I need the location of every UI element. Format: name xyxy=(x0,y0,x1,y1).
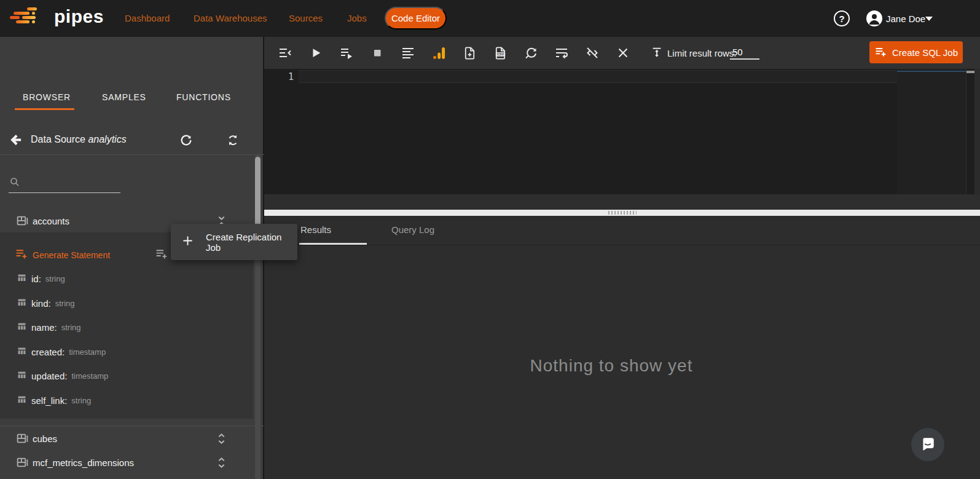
playlist-add-icon xyxy=(15,247,28,263)
brand-name[interactable]: pipes xyxy=(54,6,104,27)
back-arrow-icon[interactable] xyxy=(9,133,23,149)
column-row-created[interactable]: created: timestamp xyxy=(17,346,106,357)
user-avatar-icon[interactable] xyxy=(866,10,882,26)
divider xyxy=(0,426,264,426)
refresh-icon[interactable] xyxy=(179,133,193,149)
active-tab-indicator xyxy=(15,108,74,110)
help-icon[interactable]: ? xyxy=(834,10,850,26)
run-selection-icon[interactable] xyxy=(336,42,357,63)
word-wrap-icon[interactable] xyxy=(551,42,572,63)
playlist-add-icon xyxy=(874,46,887,60)
limit-rows-label: Limit result rows: xyxy=(667,48,737,58)
editor-toolbar: CSV Limit result rows: Create SQL Job xyxy=(264,37,980,69)
results-panel: Results Query Log Nothing to show yet xyxy=(264,216,980,479)
tree-search-input[interactable] xyxy=(9,175,120,193)
menu-open-icon[interactable] xyxy=(275,42,296,63)
generate-statement-button[interactable]: Generate Statement xyxy=(15,247,110,263)
export-csv-icon[interactable]: CSV xyxy=(490,42,511,63)
create-replication-job-menu-item[interactable]: Create Replication Job xyxy=(171,224,297,260)
run-icon[interactable] xyxy=(305,42,326,63)
person-icon xyxy=(866,10,882,26)
user-name[interactable]: Jane Doe xyxy=(886,14,925,24)
table-name: accounts xyxy=(33,216,69,226)
column-row-kind[interactable]: kind: string xyxy=(17,298,74,309)
create-sql-job-button[interactable]: Create SQL Job xyxy=(869,41,963,63)
chat-support-button[interactable] xyxy=(911,428,944,461)
table-row-cubes[interactable]: cubes xyxy=(0,428,252,450)
column-icon xyxy=(17,394,27,407)
chat-bubble-icon xyxy=(920,436,936,454)
column-icon xyxy=(17,297,27,310)
table-icon xyxy=(16,456,29,472)
sync-icon[interactable] xyxy=(226,133,240,149)
analytics-chart-icon[interactable] xyxy=(428,42,449,63)
code-editor-panel: CSV Limit result rows: Create SQL Job 1 xyxy=(264,37,980,479)
divider xyxy=(264,245,980,245)
editor-current-line[interactable] xyxy=(299,70,897,83)
code-off-icon[interactable] xyxy=(582,42,603,63)
pipes-logo-icon[interactable] xyxy=(10,7,39,28)
tab-results[interactable]: Results xyxy=(300,224,331,235)
stop-icon[interactable] xyxy=(367,42,388,63)
nav-data-warehouses[interactable]: Data Warehouses xyxy=(194,13,267,23)
column-row-updated[interactable]: updated: timestamp xyxy=(17,370,108,381)
nav-dashboard[interactable]: Dashboard xyxy=(125,13,170,23)
table-row-mcf-metrics-dimensions[interactable]: mcf_metrics_dimensions xyxy=(0,452,252,474)
table-icon xyxy=(16,215,29,230)
column-icon xyxy=(17,346,27,358)
panel-resize-handle[interactable] xyxy=(264,210,980,216)
editor-bottom-strip xyxy=(264,194,980,210)
limit-rows-input[interactable] xyxy=(730,46,759,60)
drag-grip-icon xyxy=(608,211,637,215)
user-menu-caret-icon[interactable] xyxy=(925,17,933,21)
expand-icon[interactable] xyxy=(216,457,227,471)
svg-text:CSV: CSV xyxy=(496,52,503,56)
editor-minimap[interactable] xyxy=(897,69,966,194)
editor-right-margin xyxy=(974,69,980,194)
playlist-add-icon xyxy=(155,247,168,263)
divider xyxy=(966,69,966,194)
row-height-icon xyxy=(650,46,664,62)
divider xyxy=(0,154,264,155)
tab-browser[interactable]: BROWSER xyxy=(23,92,71,102)
column-row-self-link[interactable]: self_link: string xyxy=(17,395,91,406)
tab-query-log[interactable]: Query Log xyxy=(391,224,434,235)
column-row-name[interactable]: name: string xyxy=(17,322,81,333)
close-icon[interactable] xyxy=(613,42,633,63)
format-icon[interactable] xyxy=(398,42,418,63)
tab-functions[interactable]: FUNCTIONS xyxy=(176,92,231,102)
table-icon xyxy=(16,432,29,448)
datasource-title: Data Source analytics xyxy=(31,134,127,145)
table-row-metrics-dimensions[interactable]: metrics_dimensions xyxy=(0,476,252,479)
plus-icon xyxy=(182,235,194,249)
accounts-expanded-panel: Generate Statement Create New Job id: st… xyxy=(0,232,253,419)
line-number: 1 xyxy=(284,71,294,82)
new-file-icon[interactable] xyxy=(459,42,480,63)
refresh-search-icon[interactable] xyxy=(520,42,541,63)
nav-jobs[interactable]: Jobs xyxy=(347,13,367,23)
column-icon xyxy=(17,272,27,285)
column-row-id[interactable]: id: string xyxy=(17,273,65,284)
nav-code-editor-button[interactable]: Code Editor xyxy=(385,7,447,30)
editor-scrollbar-thumb[interactable] xyxy=(966,71,974,73)
top-navbar: pipes Dashboard Data Warehouses Sources … xyxy=(0,0,980,37)
datasource-name: analytics xyxy=(88,134,126,144)
column-icon xyxy=(17,370,27,382)
tab-samples[interactable]: SAMPLES xyxy=(102,92,146,102)
minimap-slider[interactable] xyxy=(897,71,966,72)
sql-code-editor[interactable]: 1 xyxy=(264,69,980,194)
nav-sources[interactable]: Sources xyxy=(289,13,323,23)
empty-results-message: Nothing to show yet xyxy=(264,356,958,376)
expand-icon[interactable] xyxy=(216,433,227,447)
column-icon xyxy=(17,321,27,334)
